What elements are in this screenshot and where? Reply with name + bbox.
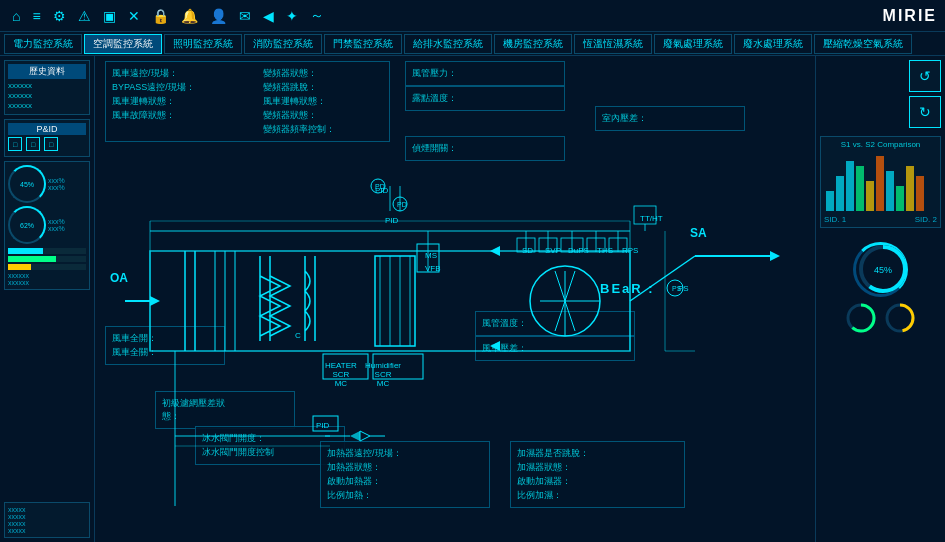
refresh-button[interactable]: ↺: [909, 60, 941, 92]
sidebar-spacer: [4, 294, 90, 498]
bar-chart: [824, 153, 937, 213]
tab-machine[interactable]: 機房監控系統: [494, 34, 572, 54]
tab-power[interactable]: 電力監控系統: [4, 34, 82, 54]
sidebar-item: xxxxxx: [8, 81, 86, 90]
bar-1: [826, 191, 834, 211]
diamond-icon[interactable]: ✦: [282, 6, 302, 26]
left-sidebar: 歷史資料 xxxxxx xxxxxx xxxxxx P&ID □ □ □ 45%: [0, 56, 95, 542]
sidebar-gauge-bar-3: [8, 264, 86, 270]
sidebar-item: xxxxxx: [8, 91, 86, 100]
svg-marker-2: [150, 296, 160, 306]
diagram-svg: PID PS PD PD: [95, 56, 815, 542]
topbar: ⌂ ≡ ⚙ ⚠ ▣ ✕ 🔒 🔔 👤 ✉ ◀ ✦ ～ MIRIE: [0, 0, 945, 32]
reset-icon: ↻: [919, 104, 931, 120]
comparison-panel: S1 vs. S2 Comparison SID. 1 SID. 2: [820, 136, 941, 228]
sidebar-history-title: 歷史資料: [8, 64, 86, 79]
wave-icon[interactable]: ～: [306, 5, 328, 27]
pid-title: P&ID: [8, 123, 86, 135]
s1-label: SID. 1: [824, 215, 846, 224]
gauge-label-1: xxx%xxx%: [48, 177, 65, 191]
pid-button[interactable]: □: [8, 137, 22, 151]
navtabs: 電力監控系統 空調監控系統 照明監控系統 消防監控系統 門禁監控系統 給排水監控…: [0, 32, 945, 56]
sidebar-item: xxxxxx: [8, 101, 86, 110]
svg-rect-39: [373, 354, 423, 379]
sidebar-gauge-bar-1: [8, 248, 86, 254]
mini-gauge-1: [844, 301, 879, 336]
home-icon[interactable]: ⌂: [8, 6, 24, 26]
gauge-label-2: xxx%xxx%: [48, 218, 65, 232]
s2-label: SID. 2: [915, 215, 937, 224]
tab-door[interactable]: 門禁監控系統: [324, 34, 402, 54]
bar-9: [906, 166, 914, 211]
sidebar-bottom-text: xxxxxxxxxxxxxxxxxxxx: [8, 506, 86, 534]
user-icon[interactable]: 👤: [206, 6, 231, 26]
svg-rect-16: [375, 256, 415, 346]
share-icon[interactable]: ◀: [259, 6, 278, 26]
logo: MIRIE: [883, 7, 937, 25]
sidebar-history: 歷史資料 xxxxxx xxxxxx xxxxxx: [4, 60, 90, 115]
close-icon[interactable]: ✕: [124, 6, 144, 26]
tab-lighting[interactable]: 照明監控系統: [164, 34, 242, 54]
tab-fire[interactable]: 消防監控系統: [244, 34, 322, 54]
pid-button[interactable]: □: [26, 137, 40, 151]
right-gauge-1: 45%: [853, 242, 908, 297]
tab-water[interactable]: 給排水監控系統: [404, 34, 492, 54]
comparison-title: S1 vs. S2 Comparison: [824, 140, 937, 149]
bar-8: [896, 186, 904, 211]
bar-10: [916, 176, 924, 211]
svg-text:PD: PD: [375, 183, 385, 190]
sidebar-bottom-block: xxxxxxxxxxxxxxxxxxxx: [4, 502, 90, 538]
diagram-area: 風車遠控/現場： BYPASS遠控/現場： 風車運轉狀態： 風車故障狀態： 變頻…: [95, 56, 815, 542]
svg-rect-38: [323, 354, 368, 379]
sidebar-item-label: xxxxxx: [8, 91, 32, 100]
bar-7: [886, 171, 894, 211]
tab-compress[interactable]: 壓縮乾燥空氣系統: [814, 34, 912, 54]
bar-5: [866, 181, 874, 211]
pid-text: PID: [316, 421, 330, 430]
mail-icon[interactable]: ✉: [235, 6, 255, 26]
bar-4: [856, 166, 864, 211]
gauge-circle-1: 45%: [8, 165, 46, 203]
mini-gauge-2: [883, 301, 918, 336]
svg-marker-41: [350, 431, 360, 441]
svg-marker-5: [770, 251, 780, 261]
tab-exhaust[interactable]: 廢氣處理系統: [654, 34, 732, 54]
right-panel: ↺ ↻ S1 vs. S2 Comparison SID. 1: [815, 56, 945, 542]
sidebar-pid: P&ID □ □ □: [4, 119, 90, 157]
menu-icon[interactable]: ≡: [28, 6, 44, 26]
svg-marker-59: [490, 246, 500, 256]
svg-text:PS: PS: [672, 285, 682, 292]
svg-marker-60: [490, 341, 500, 351]
gear-icon[interactable]: ⚙: [49, 6, 70, 26]
bar-2: [836, 176, 844, 211]
sidebar-small-text: xxxxxxxxxxxx: [8, 272, 86, 286]
warning-icon[interactable]: ⚠: [74, 6, 95, 26]
right-mini-gauges: [820, 301, 941, 336]
pid-button[interactable]: □: [44, 137, 58, 151]
svg-marker-42: [360, 431, 370, 441]
sidebar-gauge-bar-2: [8, 256, 86, 262]
svg-text:45%: 45%: [874, 265, 892, 275]
sidebar-gauge-block: 45% xxx%xxx% 62% xxx%xxx% xxxxxxxxxxxx: [4, 161, 90, 290]
svg-line-3: [630, 256, 695, 301]
tab-waste[interactable]: 廢水處理系統: [734, 34, 812, 54]
tab-aircon[interactable]: 空調監控系統: [84, 34, 162, 54]
reset-button[interactable]: ↻: [909, 96, 941, 128]
refresh-icon: ↺: [919, 68, 931, 84]
svg-rect-31: [634, 206, 656, 224]
sidebar-item-label: xxxxxx: [8, 81, 32, 90]
bar-6: [876, 156, 884, 211]
sidebar-item-label: xxxxxx: [8, 101, 32, 110]
lock-icon[interactable]: 🔒: [148, 6, 173, 26]
action-buttons: ↺ ↻: [820, 60, 941, 128]
grid-icon[interactable]: ▣: [99, 6, 120, 26]
tab-temp[interactable]: 恆溫恆濕系統: [574, 34, 652, 54]
right-gauge-section: 45%: [820, 240, 941, 336]
bell-icon[interactable]: 🔔: [177, 6, 202, 26]
main-area: 歷史資料 xxxxxx xxxxxx xxxxxx P&ID □ □ □ 45%: [0, 56, 945, 542]
svg-text:PD: PD: [397, 201, 407, 208]
gauge-circle-2: 62%: [8, 206, 46, 244]
bar-3: [846, 161, 854, 211]
